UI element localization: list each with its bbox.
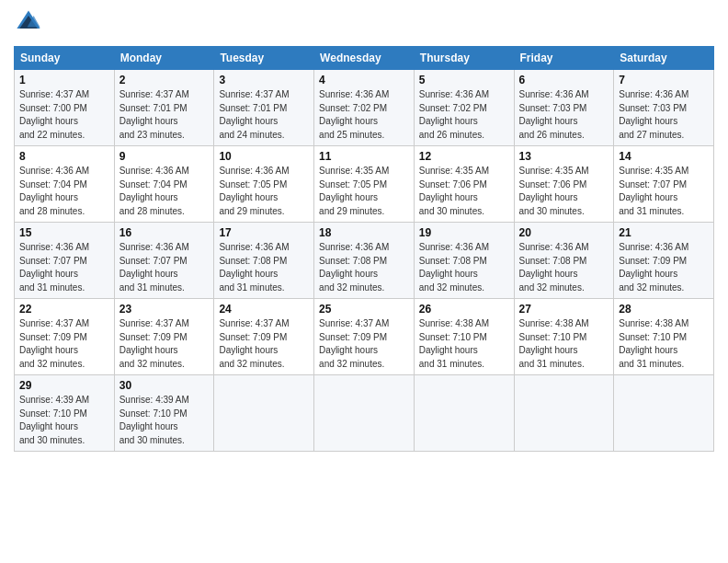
calendar-week-2: 8Sunrise: 4:36 AMSunset: 7:04 PMDaylight… xyxy=(15,146,714,223)
day-number: 7 xyxy=(619,74,709,86)
calendar-week-5: 29Sunrise: 4:39 AMSunset: 7:10 PMDayligh… xyxy=(15,375,714,452)
day-info: Sunrise: 4:36 AMSunset: 7:09 PMDaylight … xyxy=(619,241,709,294)
calendar-day: 26Sunrise: 4:38 AMSunset: 7:10 PMDayligh… xyxy=(414,299,514,375)
day-number: 3 xyxy=(219,74,309,86)
header xyxy=(14,9,714,39)
calendar-day: 11Sunrise: 4:35 AMSunset: 7:05 PMDayligh… xyxy=(314,146,415,223)
day-number: 27 xyxy=(519,303,609,316)
day-number: 19 xyxy=(419,226,509,239)
day-number: 22 xyxy=(19,303,109,316)
day-info: Sunrise: 4:36 AMSunset: 7:04 PMDaylight … xyxy=(19,165,109,218)
day-number: 29 xyxy=(19,379,109,392)
day-info: Sunrise: 4:36 AMSunset: 7:08 PMDaylight … xyxy=(219,241,309,294)
day-number: 5 xyxy=(419,74,509,86)
day-info: Sunrise: 4:38 AMSunset: 7:10 PMDaylight … xyxy=(419,317,509,371)
day-info: Sunrise: 4:36 AMSunset: 7:03 PMDaylight … xyxy=(519,88,609,142)
day-number: 2 xyxy=(119,74,210,86)
calendar-day: 10Sunrise: 4:36 AMSunset: 7:05 PMDayligh… xyxy=(214,146,314,223)
day-number: 15 xyxy=(19,226,109,239)
day-info: Sunrise: 4:35 AMSunset: 7:05 PMDaylight … xyxy=(319,165,409,218)
calendar-day: 7Sunrise: 4:36 AMSunset: 7:03 PMDaylight… xyxy=(614,70,714,146)
day-info: Sunrise: 4:36 AMSunset: 7:03 PMDaylight … xyxy=(619,88,709,142)
day-info: Sunrise: 4:38 AMSunset: 7:10 PMDaylight … xyxy=(519,317,609,371)
calendar-week-3: 15Sunrise: 4:36 AMSunset: 7:07 PMDayligh… xyxy=(15,223,714,299)
day-number: 21 xyxy=(619,226,709,239)
calendar-day: 27Sunrise: 4:38 AMSunset: 7:10 PMDayligh… xyxy=(514,299,614,375)
day-info: Sunrise: 4:37 AMSunset: 7:09 PMDaylight … xyxy=(219,317,309,371)
calendar-day: 18Sunrise: 4:36 AMSunset: 7:08 PMDayligh… xyxy=(314,223,415,299)
calendar-day: 3Sunrise: 4:37 AMSunset: 7:01 PMDaylight… xyxy=(214,70,314,146)
calendar-week-4: 22Sunrise: 4:37 AMSunset: 7:09 PMDayligh… xyxy=(15,299,714,375)
weekday-header-wednesday: Wednesday xyxy=(314,47,415,70)
calendar-day xyxy=(314,375,415,452)
weekday-header-saturday: Saturday xyxy=(614,47,714,70)
calendar-day: 15Sunrise: 4:36 AMSunset: 7:07 PMDayligh… xyxy=(15,223,115,299)
day-number: 9 xyxy=(119,150,210,163)
day-number: 11 xyxy=(319,150,409,163)
calendar-day: 24Sunrise: 4:37 AMSunset: 7:09 PMDayligh… xyxy=(214,299,314,375)
day-number: 12 xyxy=(419,150,509,163)
day-number: 30 xyxy=(119,379,210,392)
day-number: 16 xyxy=(119,226,210,239)
calendar-day: 30Sunrise: 4:39 AMSunset: 7:10 PMDayligh… xyxy=(114,375,214,452)
calendar-day: 8Sunrise: 4:36 AMSunset: 7:04 PMDaylight… xyxy=(15,146,115,223)
day-number: 26 xyxy=(419,303,509,316)
calendar-day: 4Sunrise: 4:36 AMSunset: 7:02 PMDaylight… xyxy=(314,70,415,146)
day-number: 10 xyxy=(219,150,309,163)
calendar-day: 13Sunrise: 4:35 AMSunset: 7:06 PMDayligh… xyxy=(514,146,614,223)
day-info: Sunrise: 4:35 AMSunset: 7:06 PMDaylight … xyxy=(519,165,609,218)
day-info: Sunrise: 4:37 AMSunset: 7:09 PMDaylight … xyxy=(319,317,409,371)
day-info: Sunrise: 4:39 AMSunset: 7:10 PMDaylight … xyxy=(19,394,109,447)
day-number: 18 xyxy=(319,226,409,239)
calendar-day: 25Sunrise: 4:37 AMSunset: 7:09 PMDayligh… xyxy=(314,299,415,375)
day-info: Sunrise: 4:36 AMSunset: 7:02 PMDaylight … xyxy=(319,88,409,142)
calendar-table: SundayMondayTuesdayWednesdayThursdayFrid… xyxy=(14,46,714,452)
calendar-day: 16Sunrise: 4:36 AMSunset: 7:07 PMDayligh… xyxy=(114,223,214,299)
calendar-day xyxy=(414,375,514,452)
calendar-week-1: 1Sunrise: 4:37 AMSunset: 7:00 PMDaylight… xyxy=(15,70,714,146)
calendar-day: 6Sunrise: 4:36 AMSunset: 7:03 PMDaylight… xyxy=(514,70,614,146)
day-info: Sunrise: 4:36 AMSunset: 7:04 PMDaylight … xyxy=(119,165,210,218)
day-number: 17 xyxy=(219,226,309,239)
calendar-header-row: SundayMondayTuesdayWednesdayThursdayFrid… xyxy=(15,47,714,70)
day-info: Sunrise: 4:37 AMSunset: 7:01 PMDaylight … xyxy=(119,88,210,142)
calendar-day: 14Sunrise: 4:35 AMSunset: 7:07 PMDayligh… xyxy=(614,146,714,223)
day-info: Sunrise: 4:37 AMSunset: 7:00 PMDaylight … xyxy=(19,88,109,142)
calendar-day: 22Sunrise: 4:37 AMSunset: 7:09 PMDayligh… xyxy=(15,299,115,375)
day-info: Sunrise: 4:37 AMSunset: 7:01 PMDaylight … xyxy=(219,88,309,142)
calendar-day xyxy=(514,375,614,452)
logo xyxy=(14,9,41,39)
calendar-day: 9Sunrise: 4:36 AMSunset: 7:04 PMDaylight… xyxy=(114,146,214,223)
calendar-day: 28Sunrise: 4:38 AMSunset: 7:10 PMDayligh… xyxy=(614,299,714,375)
day-info: Sunrise: 4:35 AMSunset: 7:06 PMDaylight … xyxy=(419,165,509,218)
calendar-day: 5Sunrise: 4:36 AMSunset: 7:02 PMDaylight… xyxy=(414,70,514,146)
calendar-day: 21Sunrise: 4:36 AMSunset: 7:09 PMDayligh… xyxy=(614,223,714,299)
calendar-day xyxy=(614,375,714,452)
day-number: 8 xyxy=(19,150,109,163)
logo-icon xyxy=(16,9,41,35)
calendar-day: 29Sunrise: 4:39 AMSunset: 7:10 PMDayligh… xyxy=(15,375,115,452)
day-number: 24 xyxy=(219,303,309,316)
day-info: Sunrise: 4:39 AMSunset: 7:10 PMDaylight … xyxy=(119,394,210,447)
calendar-day: 2Sunrise: 4:37 AMSunset: 7:01 PMDaylight… xyxy=(114,70,214,146)
calendar-day xyxy=(214,375,314,452)
weekday-header-thursday: Thursday xyxy=(414,47,514,70)
day-info: Sunrise: 4:35 AMSunset: 7:07 PMDaylight … xyxy=(619,165,709,218)
weekday-header-tuesday: Tuesday xyxy=(214,47,314,70)
weekday-header-sunday: Sunday xyxy=(15,47,115,70)
day-info: Sunrise: 4:36 AMSunset: 7:08 PMDaylight … xyxy=(519,241,609,294)
page: SundayMondayTuesdayWednesdayThursdayFrid… xyxy=(0,0,728,465)
day-number: 23 xyxy=(119,303,210,316)
weekday-header-monday: Monday xyxy=(114,47,214,70)
day-info: Sunrise: 4:36 AMSunset: 7:08 PMDaylight … xyxy=(419,241,509,294)
day-number: 4 xyxy=(319,74,409,86)
day-number: 6 xyxy=(519,74,609,86)
weekday-header-friday: Friday xyxy=(514,47,614,70)
calendar-day: 12Sunrise: 4:35 AMSunset: 7:06 PMDayligh… xyxy=(414,146,514,223)
calendar-day: 19Sunrise: 4:36 AMSunset: 7:08 PMDayligh… xyxy=(414,223,514,299)
day-info: Sunrise: 4:36 AMSunset: 7:08 PMDaylight … xyxy=(319,241,409,294)
day-number: 1 xyxy=(19,74,109,86)
day-info: Sunrise: 4:37 AMSunset: 7:09 PMDaylight … xyxy=(19,317,109,371)
calendar-day: 23Sunrise: 4:37 AMSunset: 7:09 PMDayligh… xyxy=(114,299,214,375)
calendar-day: 1Sunrise: 4:37 AMSunset: 7:00 PMDaylight… xyxy=(15,70,115,146)
